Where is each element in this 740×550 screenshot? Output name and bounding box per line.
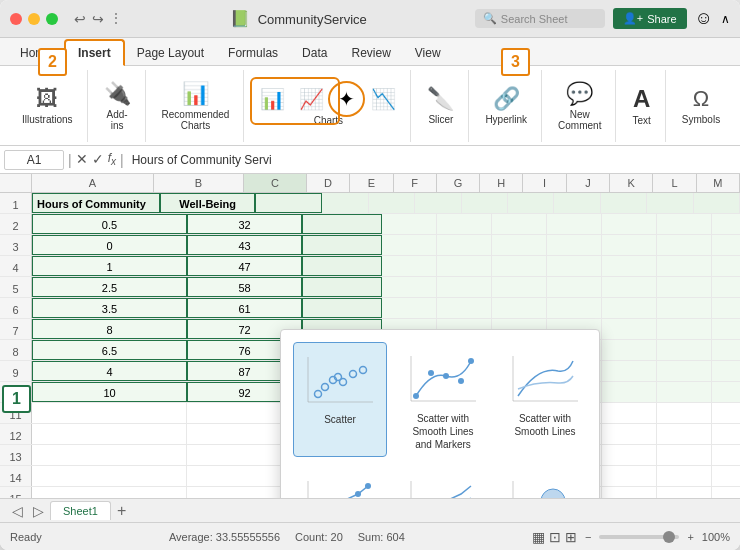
cell-a11[interactable]: [32, 403, 187, 423]
cell-i15[interactable]: [657, 487, 712, 498]
cell-i3[interactable]: [657, 235, 712, 255]
cell-i12[interactable]: [657, 424, 712, 444]
zoom-minus-icon[interactable]: −: [585, 531, 591, 543]
cell-i10[interactable]: [657, 382, 712, 402]
cell-c2[interactable]: [302, 214, 382, 234]
bubble-item[interactable]: Bubble: [499, 467, 591, 498]
cell-a2[interactable]: 0.5: [32, 214, 187, 234]
cell-a6[interactable]: 3.5: [32, 298, 187, 318]
cell-e1[interactable]: [369, 193, 415, 213]
col-header-f[interactable]: F: [394, 174, 437, 192]
recommended-charts-button[interactable]: 📊 RecommendedCharts: [156, 79, 236, 133]
collapse-icon[interactable]: ∧: [721, 12, 730, 26]
cell-b4[interactable]: 47: [187, 256, 302, 276]
customize-icon[interactable]: ⋮: [110, 11, 122, 27]
hyperlink-button[interactable]: 🔗 Hyperlink: [479, 84, 533, 127]
tab-review[interactable]: Review: [339, 41, 402, 65]
cell-e4[interactable]: [437, 256, 492, 276]
scatter-smooth-markers-item[interactable]: Scatter with Smooth Lines and Markers: [397, 342, 489, 457]
cell-h14[interactable]: [602, 466, 657, 486]
cell-h5[interactable]: [602, 277, 657, 297]
sheet-nav-right[interactable]: ▷: [29, 503, 48, 519]
cell-a15[interactable]: [32, 487, 187, 498]
zoom-plus-icon[interactable]: +: [687, 531, 693, 543]
share-button[interactable]: 👤+ Share: [613, 8, 687, 29]
cell-e5[interactable]: [437, 277, 492, 297]
cell-f6[interactable]: [492, 298, 547, 318]
cell-i2[interactable]: [657, 214, 712, 234]
bar-chart-button[interactable]: 📉: [365, 85, 402, 113]
col-header-a[interactable]: A: [32, 174, 154, 192]
col-header-j[interactable]: J: [567, 174, 610, 192]
cell-b2[interactable]: 32: [187, 214, 302, 234]
cell-c5[interactable]: [302, 277, 382, 297]
cell-g2[interactable]: [547, 214, 602, 234]
tab-formulas[interactable]: Formulas: [216, 41, 290, 65]
cell-i1[interactable]: [554, 193, 600, 213]
cell-a12[interactable]: [32, 424, 187, 444]
tab-insert[interactable]: Insert: [64, 39, 125, 66]
scatter-straight-markers-item[interactable]: Scatter with Straight Lines and Markers: [293, 467, 387, 498]
cell-g4[interactable]: [547, 256, 602, 276]
addins-button[interactable]: 🔌 Add-ins: [98, 79, 137, 133]
cell-a7[interactable]: 8: [32, 319, 187, 339]
cell-h11[interactable]: [602, 403, 657, 423]
col-header-c[interactable]: C: [244, 174, 307, 192]
maximize-button[interactable]: [46, 13, 58, 25]
cancel-formula-icon[interactable]: ✕: [76, 151, 88, 167]
cell-i9[interactable]: [657, 361, 712, 381]
cell-f2[interactable]: [492, 214, 547, 234]
col-header-m[interactable]: M: [697, 174, 740, 192]
cell-h2[interactable]: [602, 214, 657, 234]
line-chart-button[interactable]: 📈: [293, 85, 330, 113]
new-comment-button[interactable]: 💬 NewComment: [552, 79, 607, 133]
page-layout-view-icon[interactable]: ⊡: [549, 529, 561, 545]
cell-c3[interactable]: [302, 235, 382, 255]
cell-a9[interactable]: 4: [32, 361, 187, 381]
col-header-b[interactable]: B: [154, 174, 244, 192]
cell-h6[interactable]: [602, 298, 657, 318]
cell-g1[interactable]: [462, 193, 508, 213]
cell-a3[interactable]: 0: [32, 235, 187, 255]
cell-h7[interactable]: [602, 319, 657, 339]
cell-e3[interactable]: [437, 235, 492, 255]
cell-h13[interactable]: [602, 445, 657, 465]
cell-k1[interactable]: [647, 193, 693, 213]
cell-c6[interactable]: [302, 298, 382, 318]
cell-h8[interactable]: [602, 340, 657, 360]
cell-h4[interactable]: [602, 256, 657, 276]
normal-view-icon[interactable]: ▦: [532, 529, 545, 545]
cell-e6[interactable]: [437, 298, 492, 318]
cell-f3[interactable]: [492, 235, 547, 255]
cell-i6[interactable]: [657, 298, 712, 318]
cell-e2[interactable]: [437, 214, 492, 234]
cell-g5[interactable]: [547, 277, 602, 297]
cell-i14[interactable]: [657, 466, 712, 486]
cell-a14[interactable]: [32, 466, 187, 486]
search-box[interactable]: 🔍 Search Sheet: [475, 9, 605, 28]
sheet-tab-sheet1[interactable]: Sheet1: [50, 501, 111, 520]
cell-d5[interactable]: [382, 277, 437, 297]
cell-g3[interactable]: [547, 235, 602, 255]
cell-d1[interactable]: [322, 193, 368, 213]
cell-i8[interactable]: [657, 340, 712, 360]
cell-i4[interactable]: [657, 256, 712, 276]
cell-d6[interactable]: [382, 298, 437, 318]
cell-h9[interactable]: [602, 361, 657, 381]
name-box[interactable]: [4, 150, 64, 170]
scatter-straight-item[interactable]: Scatter with Straight Lines: [397, 467, 489, 498]
symbols-button[interactable]: Ω Symbols: [676, 84, 726, 127]
cell-d3[interactable]: [382, 235, 437, 255]
col-header-d[interactable]: D: [307, 174, 350, 192]
col-header-g[interactable]: G: [437, 174, 480, 192]
col-header-h[interactable]: H: [480, 174, 523, 192]
sheet-nav-left[interactable]: ◁: [8, 503, 27, 519]
cell-a1[interactable]: Hours of Community Service: [32, 193, 160, 213]
insert-function-icon[interactable]: fx: [108, 151, 116, 167]
cell-b1[interactable]: Well-Being Index Score: [160, 193, 255, 213]
scatter-smooth-item[interactable]: Scatter with Smooth Lines: [499, 342, 591, 457]
minimize-button[interactable]: [28, 13, 40, 25]
page-break-view-icon[interactable]: ⊞: [565, 529, 577, 545]
cell-l1[interactable]: [694, 193, 740, 213]
cell-b5[interactable]: 58: [187, 277, 302, 297]
